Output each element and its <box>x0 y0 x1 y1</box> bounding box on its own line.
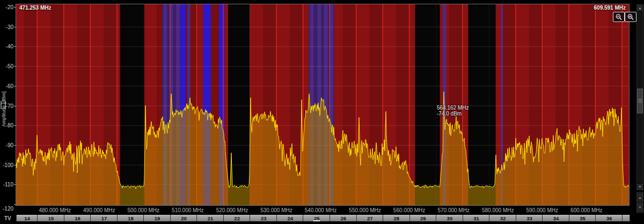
y-tick-mark <box>14 27 16 27</box>
y-tick-label: -120 <box>0 206 13 212</box>
zoom-out-button[interactable] <box>613 12 625 22</box>
y-tick-label: -40 <box>0 44 13 49</box>
channel-cell-21[interactable]: 21 <box>196 215 224 221</box>
stop-frequency-label: 609.591 MHz <box>594 5 626 11</box>
y-tick-mark <box>14 184 16 185</box>
channel-cell-18[interactable]: 18 <box>117 215 144 221</box>
y-tick-mark <box>14 86 16 86</box>
channel-cell-24[interactable]: 24 <box>276 215 304 221</box>
frequency-gridline-faint <box>409 4 410 205</box>
frequency-gridline-faint <box>436 4 436 205</box>
amplitude-gridline <box>16 27 629 27</box>
x-tick-label: 560.000 MHz <box>393 207 425 213</box>
marker-frequency: 564.162 MHz <box>437 105 469 111</box>
y-tick-mark <box>14 125 16 126</box>
x-tick-label: 550.000 MHz <box>349 207 380 213</box>
channel-cell-31[interactable]: 31 <box>463 215 490 221</box>
spinner-down-button[interactable]: ▼ <box>637 203 643 212</box>
y-tick-mark <box>14 66 16 67</box>
y-tick-label: -80 <box>0 122 13 128</box>
channel-cell-35[interactable]: 35 <box>569 215 596 221</box>
y-tick-mark <box>14 204 16 205</box>
vacant-channel-region <box>120 4 144 205</box>
selected-channel-indicator <box>313 220 320 221</box>
y-tick-label: -100 <box>0 162 13 168</box>
channel-cell-16[interactable]: 16 <box>64 215 91 221</box>
x-tick-label: 520.000 MHz <box>216 207 248 213</box>
channel-cell-20[interactable]: 20 <box>170 215 197 221</box>
arrow-up-icon: ▲ <box>639 196 642 199</box>
channel-cell-32[interactable]: 32 <box>489 215 516 221</box>
marker-amplitude: -74.0 dBm <box>437 111 469 117</box>
channel-cell-23[interactable]: 23 <box>250 215 277 221</box>
zoom-in-button[interactable] <box>625 12 636 22</box>
x-tick-label: 480.000 MHz <box>39 207 70 213</box>
scroll-step-spinner[interactable]: ▲ ▼ <box>636 192 643 213</box>
thumb-grip-icon <box>638 99 642 103</box>
spectrum-analyzer-window: Amplitude [dBm] -20-30-40-50-60-70-80-90… <box>0 0 644 224</box>
channel-cell-27[interactable]: 27 <box>356 215 384 221</box>
channel-cell-22[interactable]: 22 <box>223 215 251 221</box>
start-frequency-label: 471.253 MHz <box>19 5 51 11</box>
magnifier-minus-icon <box>615 13 623 20</box>
y-tick-mark <box>14 7 16 8</box>
y-tick-label: -110 <box>0 182 13 187</box>
vertical-scrollbar[interactable]: ▲ ▼ <box>636 4 643 190</box>
y-tick-label: -20 <box>0 4 13 10</box>
channel-cell-30[interactable]: 30 <box>436 215 463 221</box>
x-tick-label: 540.000 MHz <box>305 207 336 213</box>
y-tick-label: -60 <box>0 83 13 89</box>
y-tick-label: -50 <box>0 63 13 69</box>
y-tick-mark <box>14 165 16 165</box>
spectrum-plot[interactable] <box>16 4 630 206</box>
marker-readout: 564.162 MHz -74.0 dBm <box>437 105 469 117</box>
x-tick-label: 530.000 MHz <box>260 207 292 213</box>
x-tick-label: 570.000 MHz <box>437 207 469 213</box>
channel-cell-stub[interactable] <box>622 215 630 221</box>
channel-cell-36[interactable]: 36 <box>595 215 623 221</box>
tv-band-label: TV <box>4 215 11 221</box>
channel-cell-15[interactable]: 15 <box>37 215 64 221</box>
y-tick-mark <box>14 145 16 146</box>
x-tick-label: 600.000 MHz <box>570 207 602 213</box>
vacant-channel-region <box>468 4 495 205</box>
channel-cell-26[interactable]: 26 <box>330 215 357 221</box>
spectrum-canvas[interactable] <box>16 4 629 205</box>
channel-cell-19[interactable]: 19 <box>143 215 171 221</box>
arrow-down-icon: ▼ <box>639 206 642 209</box>
frequency-gridline-faint <box>143 4 144 205</box>
channel-cell-25[interactable]: 25 <box>303 215 330 221</box>
amplitude-gridline <box>16 46 629 47</box>
y-tick-label: -90 <box>0 142 13 148</box>
channel-cell-17[interactable]: 17 <box>90 215 118 221</box>
channel-cell-33[interactable]: 33 <box>516 215 543 221</box>
arrow-down-icon: ▼ <box>639 185 642 189</box>
channel-cell-29[interactable]: 29 <box>409 215 437 221</box>
arrow-up-icon: ▲ <box>639 6 642 10</box>
y-tick-label: -70 <box>0 103 13 109</box>
x-tick-label: 490.000 MHz <box>83 207 115 213</box>
x-tick-label: 590.000 MHz <box>526 207 558 213</box>
x-tick-label: 580.000 MHz <box>482 207 514 213</box>
y-tick-mark <box>14 106 16 106</box>
magnifier-plus-icon <box>627 13 634 20</box>
amplitude-gridline <box>16 86 629 86</box>
channel-cell-14[interactable]: 14 <box>16 215 38 221</box>
scrollbar-up-button[interactable]: ▲ <box>637 5 643 12</box>
spinner-up-button[interactable]: ▲ <box>637 193 643 203</box>
x-tick-label: 500.000 MHz <box>128 207 159 213</box>
amplitude-gridline <box>16 66 629 67</box>
y-tick-mark <box>14 46 16 47</box>
scrollbar-down-button[interactable]: ▼ <box>637 183 643 190</box>
x-tick-label: 510.000 MHz <box>172 207 203 213</box>
frequency-gridline-faint <box>489 4 489 205</box>
channel-cell-28[interactable]: 28 <box>383 215 410 221</box>
y-tick-label: -30 <box>0 24 13 30</box>
channel-cell-34[interactable]: 34 <box>542 215 569 221</box>
scrollbar-thumb[interactable] <box>637 89 643 113</box>
